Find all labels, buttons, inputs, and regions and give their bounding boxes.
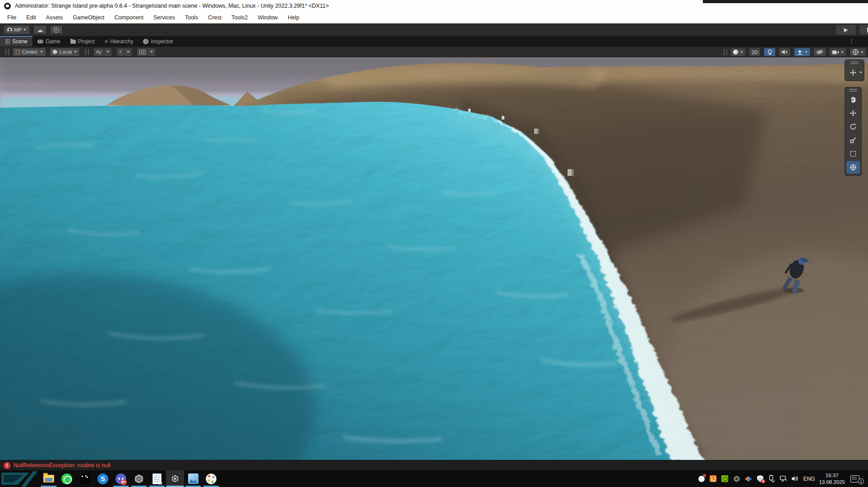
tab-inspector[interactable]: i Inspector	[138, 36, 178, 46]
inspector-info-icon: i	[143, 39, 148, 44]
gizmos-dropdown[interactable]	[850, 48, 866, 56]
tray-usb-icon[interactable]	[768, 475, 776, 482]
account-dropdown[interactable]: MP	[4, 25, 30, 34]
overlay-drag-handle[interactable]	[850, 61, 859, 62]
toolbar-grip[interactable]	[724, 49, 727, 55]
tab-hierarchy-label: Hierarchy	[110, 38, 133, 45]
photos-icon	[188, 473, 199, 484]
play-icon: ▶	[844, 27, 848, 33]
grid-snap-button[interactable]: #	[116, 48, 125, 56]
2d-label: 2D	[752, 50, 758, 55]
transform-tool-button[interactable]	[846, 161, 860, 174]
taskbar-notepad[interactable]	[148, 470, 166, 487]
taskbar-skype[interactable]: S	[94, 470, 112, 487]
tool-handle-position-dropdown[interactable]: Center	[13, 48, 46, 56]
taskbar-clock[interactable]: 16:37 13.08.2025	[819, 472, 845, 485]
tray-discord-icon[interactable]	[697, 475, 705, 482]
tray-unity-hub-icon[interactable]	[733, 475, 740, 482]
error-icon: !	[4, 462, 10, 469]
pause-button[interactable]	[859, 24, 868, 35]
view-tool-button[interactable]	[848, 66, 859, 79]
tab-hierarchy[interactable]: ≡ Hierarchy	[100, 36, 138, 46]
menu-file[interactable]: File	[2, 12, 21, 23]
tab-menu-kebab-icon[interactable]: ⋮	[849, 37, 854, 44]
language-indicator[interactable]: ENG	[803, 476, 815, 482]
menu-edit[interactable]: Edit	[21, 12, 41, 23]
scene-visibility-toggle[interactable]	[813, 48, 826, 56]
notepad-icon	[152, 473, 162, 484]
hand-tool-button[interactable]	[846, 93, 860, 106]
snap-increment-dropdown[interactable]	[148, 48, 156, 56]
console-status-bar[interactable]: ! NullReferenceException: routine is nul…	[0, 460, 868, 470]
chevron-down-icon	[74, 51, 77, 53]
tray-java-icon[interactable]	[709, 475, 717, 482]
scene-camera-dropdown[interactable]	[829, 48, 846, 56]
taskbar-whatsapp[interactable]	[58, 470, 76, 487]
taskbar-file-explorer[interactable]	[40, 470, 58, 487]
screen-app-icon	[80, 474, 90, 484]
tool-handle-rotation-dropdown[interactable]: Local	[50, 48, 80, 56]
notification-badge: 1	[858, 478, 864, 484]
menu-window[interactable]: Window	[253, 12, 282, 23]
menu-services[interactable]: Services	[148, 12, 180, 23]
action-center-icon[interactable]: 1	[849, 475, 861, 482]
tray-nvidia-icon[interactable]	[721, 475, 729, 482]
menu-assets[interactable]: Assets	[41, 12, 68, 23]
snap-increment-group	[137, 48, 156, 56]
grid-snap-dropdown[interactable]	[125, 48, 132, 56]
tray-defender-icon[interactable]: ✕	[756, 475, 764, 482]
discord-icon: 9+	[115, 473, 126, 484]
play-button[interactable]: ▶	[836, 24, 856, 35]
tab-scene[interactable]: Scene	[0, 36, 32, 46]
toolbar-grip[interactable]	[85, 49, 89, 55]
grid-snap-group: #	[116, 48, 132, 56]
menu-gameobject[interactable]: GameObject	[68, 12, 109, 23]
tray-network-icon[interactable]	[780, 475, 787, 482]
rect-tool-button[interactable]	[846, 147, 860, 160]
taskbar-unity-editor[interactable]	[166, 470, 184, 487]
cloud-button[interactable]: ☁	[33, 25, 46, 34]
tab-inspector-label: Inspector	[151, 38, 173, 45]
chevron-down-icon[interactable]	[859, 72, 862, 74]
scale-tool-button[interactable]	[846, 134, 860, 147]
menu-component[interactable]: Component	[109, 12, 148, 23]
view-options-icon	[850, 69, 857, 76]
rotate-tool-button[interactable]	[846, 120, 860, 133]
overlay-drag-handle[interactable]	[849, 89, 857, 90]
taskbar-screen-app[interactable]	[76, 470, 94, 487]
hand-tool-icon	[850, 96, 857, 103]
chevron-down-icon	[40, 51, 43, 53]
grid-visibility-button[interactable]: #у	[93, 48, 104, 56]
menu-crest[interactable]: Crest	[203, 12, 226, 23]
menu-help[interactable]: Help	[283, 12, 305, 23]
tray-color-swap-icon[interactable]	[744, 475, 752, 482]
unity-services-button[interactable]	[50, 25, 63, 34]
cloud-icon: ☁	[37, 27, 43, 33]
2d-toggle-button[interactable]: 2D	[749, 48, 761, 56]
menu-tools2[interactable]: Tools2	[226, 12, 253, 23]
menu-tools[interactable]: Tools	[180, 12, 203, 23]
scene-audio-toggle[interactable]	[779, 48, 791, 56]
local-cube-icon	[53, 50, 57, 54]
toolbar-grip[interactable]	[5, 49, 9, 55]
taskbar-unity-hub[interactable]	[130, 470, 148, 487]
move-tool-button[interactable]	[846, 107, 860, 119]
taskbar-paint[interactable]	[202, 470, 220, 487]
shading-mode-dropdown[interactable]	[730, 48, 746, 56]
tray-volume-icon[interactable]	[791, 475, 799, 482]
start-button[interactable]	[0, 470, 40, 487]
snap-increment-button[interactable]	[137, 48, 148, 56]
taskbar-photos[interactable]	[184, 470, 202, 487]
unity-editor-icon	[170, 473, 180, 484]
taskbar-discord[interactable]: 9+	[112, 470, 130, 487]
tab-game-label: Game	[46, 38, 60, 45]
tab-game[interactable]: Game	[32, 36, 65, 46]
scene-lighting-toggle[interactable]	[764, 48, 776, 56]
grid-visibility-dropdown[interactable]	[104, 48, 112, 56]
scene-viewport[interactable]	[0, 57, 868, 460]
pivot-icon	[16, 50, 20, 54]
scene-effects-toggle[interactable]	[794, 48, 810, 56]
tab-project[interactable]: Project	[65, 36, 100, 46]
light-bulb-icon	[767, 49, 773, 55]
unity-hub-icon	[134, 473, 144, 484]
